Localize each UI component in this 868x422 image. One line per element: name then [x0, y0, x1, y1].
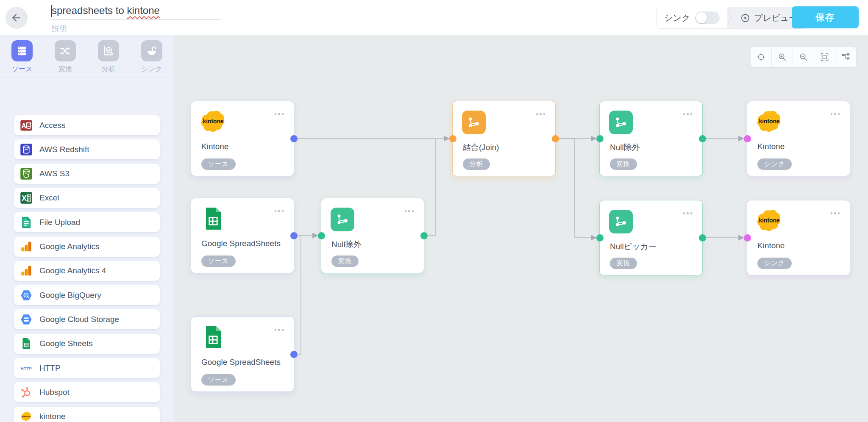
sidebar-item-aws-s3[interactable]: AWS S3 — [14, 164, 160, 184]
svg-text:HTTP: HTTP — [21, 366, 32, 371]
left-port[interactable] — [449, 135, 456, 142]
right-port[interactable] — [552, 135, 559, 142]
flow-node-null-exclude-mid[interactable]: Null除外変換 — [321, 198, 424, 273]
left-port[interactable] — [744, 234, 751, 242]
app: spreadsheets to kintone 説明 シンク プレビュー 保存 … — [0, 0, 868, 422]
sidebar-item-google-bigquery[interactable]: Google BigQuery — [14, 285, 160, 305]
connector-label: Google Analytics 4 — [39, 266, 106, 275]
node-menu-button[interactable] — [273, 111, 286, 117]
description-input[interactable]: 説明 — [51, 24, 221, 34]
connector-label: Access — [39, 121, 65, 130]
flow-node-join[interactable]: 結合(Join)分析 — [453, 101, 555, 176]
connector-label: Hubspot — [39, 388, 70, 397]
canvas-toolbar — [750, 47, 857, 67]
flow-node-null-picker[interactable]: Nullピッカー変換 — [600, 200, 702, 275]
tab-source-icon — [11, 40, 33, 61]
import-button[interactable] — [551, 9, 568, 26]
right-port[interactable] — [290, 232, 298, 239]
sidebar-item-google-analytics-4[interactable]: Google Analytics 4 — [14, 261, 160, 281]
sidebar-tabs: ソース変換分析シンク — [0, 35, 174, 78]
node-type-badge: 変換 — [331, 255, 359, 267]
left-port[interactable] — [744, 135, 751, 142]
sidebar-tab-item[interactable]: シンク — [136, 40, 168, 74]
sync-preview-group: シンク プレビュー — [656, 7, 805, 29]
flow-canvas[interactable]: kintoneKintoneソースGoogle SpreadSheetsソースG… — [174, 35, 868, 422]
header: spreadsheets to kintone 説明 シンク プレビュー 保存 — [0, 0, 868, 35]
node-menu-button[interactable] — [534, 111, 547, 117]
sidebar-item-file-upload[interactable]: File Upload — [14, 212, 160, 232]
center-view-button[interactable] — [751, 47, 771, 67]
fit-view-icon — [820, 52, 829, 62]
node-menu-button[interactable] — [682, 211, 694, 216]
node-menu-button[interactable] — [682, 111, 694, 117]
svg-text:kintone: kintone — [22, 415, 31, 418]
tab-label: 変換 — [58, 65, 72, 74]
node-menu-button[interactable] — [829, 111, 842, 117]
google-sheets-icon — [198, 325, 228, 350]
node-menu-button[interactable] — [829, 211, 842, 216]
sidebar-tab-item[interactable]: 変換 — [49, 40, 81, 74]
flow-node-null-exclude-top[interactable]: Null除外変換 — [600, 101, 702, 176]
zoom-out-icon — [798, 52, 808, 62]
auto-layout-icon — [841, 52, 851, 62]
branch-icon — [609, 210, 633, 233]
google-cloud-storage-icon — [19, 313, 33, 326]
fit-view-button[interactable] — [814, 47, 835, 67]
node-title: Nullピッカー — [610, 241, 657, 252]
left-port[interactable] — [596, 234, 604, 242]
sidebar-tab-item[interactable]: ソース — [6, 40, 38, 74]
connector-label: AWS S3 — [39, 169, 70, 178]
kintone-icon: kintone — [19, 410, 33, 422]
pipeline-title-input[interactable]: spreadsheets to kintone — [51, 4, 221, 20]
connector-label: Excel — [39, 193, 59, 203]
svg-text:X: X — [22, 194, 27, 203]
sidebar-item-google-sheets[interactable]: Google Sheets — [14, 334, 160, 354]
sidebar-item-google-analytics[interactable]: Google Analytics — [14, 237, 160, 257]
branch-icon — [609, 111, 633, 134]
sidebar-item-access[interactable]: AAccess — [14, 115, 160, 135]
zoom-out-button[interactable] — [793, 47, 814, 67]
flow-node-kintone-sink-bottom[interactable]: kintoneKintoneシンク — [747, 200, 850, 275]
left-port[interactable] — [318, 232, 325, 239]
right-port[interactable] — [699, 234, 706, 242]
settings-button[interactable] — [628, 9, 645, 26]
node-menu-button[interactable] — [403, 208, 416, 214]
node-menu-button[interactable] — [273, 327, 286, 333]
zoom-in-button[interactable] — [771, 47, 793, 67]
sync-toggle[interactable] — [695, 11, 720, 24]
svg-text:A: A — [21, 122, 26, 130]
kintone-icon: kintone — [754, 208, 785, 233]
sidebar-item-google-cloud-storage[interactable]: Google Cloud Storage — [14, 309, 160, 329]
sidebar-item-excel[interactable]: XExcel — [14, 188, 160, 208]
sidebar-item-kintone[interactable]: kintonekintone — [14, 407, 160, 422]
node-type-badge: シンク — [757, 258, 792, 269]
auto-layout-button[interactable] — [835, 47, 856, 67]
export-button[interactable] — [589, 9, 606, 26]
right-port[interactable] — [290, 351, 298, 358]
flow-node-kintone-sink-top[interactable]: kintoneKintoneシンク — [747, 101, 850, 176]
tab-label: シンク — [141, 65, 162, 74]
right-port[interactable] — [420, 232, 428, 239]
right-port[interactable] — [699, 135, 706, 142]
flow-node-kintone-source[interactable]: kintoneKintoneソース — [191, 101, 294, 176]
connector-label: AWS Redshift — [39, 145, 89, 154]
preview-label: プレビュー — [754, 12, 797, 24]
sidebar-tab-item[interactable]: 分析 — [92, 40, 125, 74]
sidebar-item-http[interactable]: HTTPHTTP — [14, 358, 160, 378]
title-block: spreadsheets to kintone 説明 — [51, 4, 221, 34]
connector-label: kintone — [39, 412, 65, 421]
flow-node-spreadsheets-bottom[interactable]: Google SpreadSheetsソース — [191, 317, 294, 391]
flow-node-spreadsheets-mid[interactable]: Google SpreadSheetsソース — [191, 198, 294, 273]
node-type-badge: ソース — [201, 255, 236, 267]
node-menu-button[interactable] — [273, 208, 286, 214]
sidebar-item-aws-redshift[interactable]: AWS Redshift — [14, 139, 160, 159]
sidebar-item-hubspot[interactable]: Hubspot — [14, 382, 160, 402]
left-port[interactable] — [596, 135, 604, 142]
hubspot-icon — [19, 386, 33, 399]
tab-sink-icon — [141, 40, 162, 61]
right-port[interactable] — [290, 135, 298, 142]
node-type-badge: シンク — [757, 158, 792, 170]
kintone-icon: kintone — [198, 109, 228, 134]
back-button[interactable] — [6, 7, 28, 29]
save-button[interactable]: 保存 — [792, 6, 859, 28]
